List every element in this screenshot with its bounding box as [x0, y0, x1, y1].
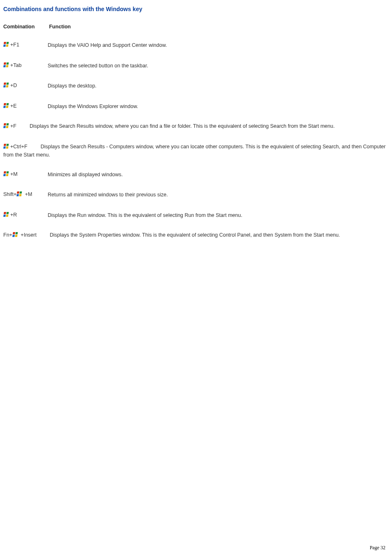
combo-prefix: Shift+ — [3, 191, 16, 197]
table-row: Fn+ +InsertDisplays the System Propertie… — [3, 231, 389, 240]
windows-key-icon — [3, 41, 10, 50]
windows-key-icon — [3, 122, 10, 131]
page-number: Page 32 — [370, 545, 385, 551]
combination-cell: +D — [3, 82, 48, 91]
combo-suffix: +Insert — [19, 232, 37, 238]
page-title: Combinations and functions with the Wind… — [3, 6, 389, 12]
combination-cell: +F — [3, 123, 16, 129]
combo-suffix: +F — [10, 123, 16, 129]
windows-key-icon — [3, 143, 10, 152]
windows-key-icon — [3, 170, 10, 180]
combo-suffix: +E — [10, 103, 17, 109]
combo-prefix: Fn+ — [3, 232, 12, 238]
windows-key-icon — [3, 102, 10, 111]
windows-key-icon — [12, 231, 19, 240]
function-cell: Displays the System Properties window. T… — [50, 232, 340, 238]
function-cell: Displays the Windows Explorer window. — [48, 104, 138, 109]
combo-suffix: +F1 — [10, 42, 19, 48]
function-cell: Minimizes all displayed windows. — [48, 172, 123, 177]
table-row: +MMinimizes all displayed windows. — [3, 170, 389, 180]
header-function: Function — [49, 24, 71, 30]
combo-suffix: +Tab — [10, 62, 21, 68]
table-row: +Ctrl+FDisplays the Search Results - Com… — [3, 143, 389, 159]
combo-suffix: +M — [10, 171, 18, 177]
function-cell: Switches the selected button on the task… — [48, 63, 148, 69]
function-cell: Displays the desktop. — [48, 83, 97, 89]
function-cell: Displays the Run window. This is the equ… — [48, 212, 242, 218]
table-row: +RDisplays the Run window. This is the e… — [3, 211, 389, 220]
combo-suffix: +Ctrl+F — [10, 144, 28, 150]
combination-cell: +R — [3, 211, 48, 220]
function-cell: Displays the Search Results - Computers … — [3, 144, 385, 158]
windows-key-icon — [16, 191, 23, 200]
windows-key-icon — [3, 62, 10, 71]
combination-cell: +M — [3, 170, 48, 180]
table-header: Combination Function — [3, 24, 389, 30]
function-cell: Displays the VAIO Help and Support Cente… — [48, 42, 167, 48]
table-row: +EDisplays the Windows Explorer window. — [3, 102, 389, 111]
table-row: +F1Displays the VAIO Help and Support Ce… — [3, 41, 389, 50]
combination-cell: +F1 — [3, 41, 48, 50]
combination-cell: Fn+ +Insert — [3, 232, 37, 238]
combo-suffix: +M — [23, 191, 32, 197]
table-row: +FDisplays the Search Results window, wh… — [3, 122, 389, 131]
windows-key-icon — [3, 211, 10, 220]
table-row: +DDisplays the desktop. — [3, 82, 389, 91]
table-row: Shift+ +MReturns all minimized windows t… — [3, 191, 389, 200]
combination-cell: +E — [3, 102, 48, 111]
combo-suffix: +D — [10, 83, 17, 88]
function-cell: Displays the Search Results window, wher… — [30, 123, 335, 129]
combination-cell: +Tab — [3, 62, 48, 71]
combination-cell: +Ctrl+F — [3, 144, 28, 150]
windows-key-icon — [3, 82, 10, 91]
combo-suffix: +R — [10, 212, 17, 218]
header-combination: Combination — [3, 24, 48, 30]
table-row: +TabSwitches the selected button on the … — [3, 62, 389, 71]
function-cell: Returns all minimized windows to their p… — [48, 192, 168, 198]
combination-cell: Shift+ +M — [3, 191, 48, 200]
